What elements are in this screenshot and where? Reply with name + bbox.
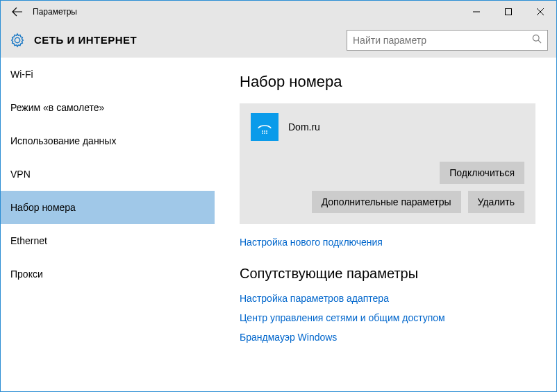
sidebar-item[interactable]: Набор номера <box>1 191 215 224</box>
dialup-icon <box>251 113 278 141</box>
svg-point-1 <box>533 35 539 41</box>
related-link[interactable]: Центр управления сетями и общим доступом <box>240 312 535 323</box>
sidebar: Wi-FiРежим «в самолете»Использование дан… <box>1 58 215 391</box>
body: Wi-FiРежим «в самолете»Использование дан… <box>1 58 556 391</box>
settings-gear-icon[interactable] <box>9 32 26 49</box>
sidebar-item[interactable]: VPN <box>1 157 215 191</box>
connection-actions: Подключиться Дополнительные параметры Уд… <box>251 162 524 213</box>
maximize-icon <box>505 8 512 15</box>
minimize-button[interactable] <box>460 1 492 23</box>
sidebar-item[interactable]: Использование данных <box>1 124 215 157</box>
svg-point-2 <box>262 130 263 132</box>
category-title: СЕТЬ И ИНТЕРНЕТ <box>34 34 137 46</box>
svg-point-6 <box>264 133 265 134</box>
related-link[interactable]: Брандмауэр Windows <box>240 332 535 343</box>
close-icon <box>537 8 544 15</box>
header-row: СЕТЬ И ИНТЕРНЕТ <box>1 23 556 58</box>
minimize-icon <box>473 8 480 15</box>
svg-point-4 <box>266 130 267 132</box>
svg-rect-0 <box>506 9 512 15</box>
related-links: Настройка параметров адаптераЦентр управ… <box>240 293 535 343</box>
connection-header: Dom.ru <box>251 113 524 141</box>
related-link[interactable]: Настройка параметров адаптера <box>240 293 535 304</box>
search-input[interactable] <box>353 35 532 46</box>
advanced-button[interactable]: Дополнительные параметры <box>312 191 461 213</box>
page-title: Набор номера <box>240 73 535 91</box>
new-connection-link[interactable]: Настройка нового подключения <box>240 237 535 248</box>
svg-point-7 <box>266 133 267 134</box>
connection-card[interactable]: Dom.ru Подключиться Дополнительные парам… <box>240 103 535 224</box>
sidebar-item[interactable]: Прокси <box>1 257 215 291</box>
maximize-button[interactable] <box>492 1 524 23</box>
close-button[interactable] <box>524 1 556 23</box>
sidebar-item[interactable]: Wi-Fi <box>1 58 215 91</box>
arrow-left-icon <box>12 6 23 17</box>
titlebar: Параметры <box>1 1 556 23</box>
sidebar-item[interactable]: Ethernet <box>1 224 215 257</box>
window-buttons <box>460 1 556 23</box>
main-panel: Набор номера Dom.ru Подключиться <box>215 58 556 391</box>
related-title: Сопутствующие параметры <box>240 266 535 282</box>
settings-window: Параметры СЕТЬ И ИНТЕРНЕТ <box>0 0 557 392</box>
search-box[interactable] <box>347 30 548 51</box>
connection-name: Dom.ru <box>288 121 320 133</box>
gear-icon <box>10 33 25 48</box>
delete-button[interactable]: Удалить <box>468 191 524 213</box>
svg-point-3 <box>264 130 265 132</box>
sidebar-item[interactable]: Режим «в самолете» <box>1 91 215 124</box>
connect-button[interactable]: Подключиться <box>440 162 524 184</box>
svg-point-5 <box>262 133 263 134</box>
back-button[interactable] <box>6 1 28 23</box>
search-icon <box>532 34 542 46</box>
window-title: Параметры <box>33 7 77 17</box>
